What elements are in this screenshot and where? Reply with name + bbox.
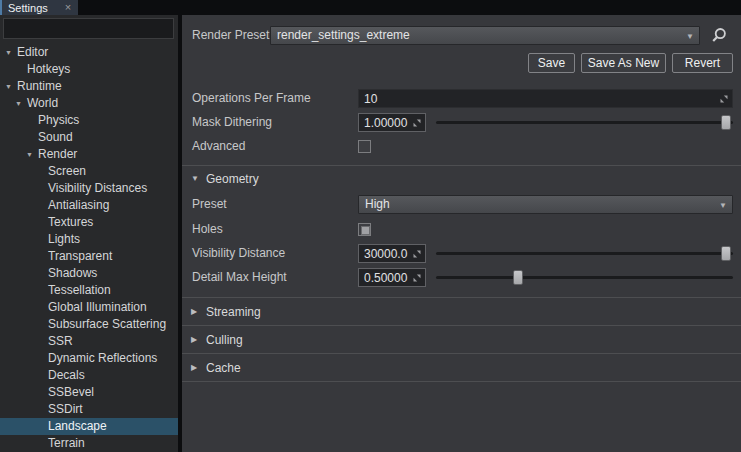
tree-item-label: Global Illumination	[0, 299, 178, 316]
tab-settings[interactable]: Settings ×	[0, 0, 78, 15]
visibility-distance-slider[interactable]	[436, 244, 733, 263]
drag-handle-icon[interactable]	[412, 249, 422, 259]
tree-item-textures[interactable]: Textures	[0, 214, 178, 231]
render-preset-label: Render Preset:	[192, 26, 273, 45]
detail-max-height-row: Detail Max Height	[182, 268, 733, 287]
section-title: Geometry	[206, 166, 259, 192]
tree-item-label: SSR	[0, 333, 178, 350]
mask-dithering-row: Mask Dithering	[182, 113, 733, 132]
operations-per-frame-label: Operations Per Frame	[192, 89, 311, 108]
section-title: Culling	[206, 326, 243, 354]
tree-item-decals[interactable]: Decals	[0, 367, 178, 384]
tree-item-subsurface-scattering[interactable]: Subsurface Scattering	[0, 316, 178, 333]
drag-handle-icon[interactable]	[412, 273, 422, 283]
drag-handle-icon[interactable]	[719, 94, 729, 104]
tree-item-editor[interactable]: ▼Editor	[0, 44, 178, 61]
section-title: Streaming	[206, 298, 261, 326]
tree-item-runtime[interactable]: ▼Runtime	[0, 78, 178, 95]
detail-max-height-slider[interactable]	[436, 268, 733, 287]
tree-item-shadows[interactable]: Shadows	[0, 265, 178, 282]
tree-item-label: Landscape	[0, 418, 178, 435]
settings-tree: ▼EditorHotkeys▼Runtime▼WorldPhysicsSound…	[0, 44, 178, 452]
tree-item-transparent[interactable]: Transparent	[0, 248, 178, 265]
tree-item-global-illumination[interactable]: Global Illumination	[0, 299, 178, 316]
expand-arrow-icon[interactable]: ▶	[191, 354, 197, 382]
tab-title: Settings	[8, 2, 48, 14]
tree-item-label: Subsurface Scattering	[0, 316, 178, 333]
geometry-preset-value: High	[365, 197, 390, 211]
tree-item-terrain[interactable]: Terrain	[0, 435, 178, 452]
expand-arrow-icon[interactable]: ▼	[26, 147, 33, 162]
section-header-streaming[interactable]: ▶ Streaming	[182, 297, 741, 325]
holes-checkbox[interactable]	[358, 223, 371, 236]
advanced-label: Advanced	[192, 137, 245, 156]
drag-handle-icon[interactable]	[412, 118, 422, 128]
section-header-culling[interactable]: ▶ Culling	[182, 325, 741, 353]
tree-item-label: Editor	[0, 44, 178, 61]
tree-item-screen[interactable]: Screen	[0, 163, 178, 180]
section-divider	[182, 381, 741, 382]
tree-item-ssbevel[interactable]: SSBevel	[0, 384, 178, 401]
operations-per-frame-input[interactable]	[358, 89, 733, 108]
mask-dithering-slider[interactable]	[436, 113, 733, 132]
expand-arrow-icon[interactable]: ▼	[5, 45, 12, 60]
section-header-geometry[interactable]: ▼ Geometry	[182, 165, 741, 191]
chevron-down-icon: ▼	[686, 28, 694, 45]
search-icon[interactable]	[709, 26, 729, 46]
collapse-arrow-icon[interactable]: ▼	[191, 166, 199, 192]
tree-item-physics[interactable]: Physics	[0, 112, 178, 129]
tree-item-label: Shadows	[0, 265, 178, 282]
expand-arrow-icon[interactable]: ▼	[5, 79, 12, 94]
tree-item-label: World	[0, 95, 178, 112]
slider-track[interactable]	[436, 276, 733, 279]
settings-panel: Render Preset: render_settings_extreme ▼…	[182, 15, 741, 452]
section-header-cache[interactable]: ▶ Cache	[182, 353, 741, 381]
slider-track[interactable]	[436, 121, 733, 124]
tree-item-sound[interactable]: Sound	[0, 129, 178, 146]
tree-item-label: Screen	[0, 163, 178, 180]
tree-item-dynamic-reflections[interactable]: Dynamic Reflections	[0, 350, 178, 367]
tree-item-world[interactable]: ▼World	[0, 95, 178, 112]
holes-row: Holes	[182, 220, 733, 239]
tree-item-render[interactable]: ▼Render	[0, 146, 178, 163]
tree-item-label: Decals	[0, 367, 178, 384]
tree-item-tessellation[interactable]: Tessellation	[0, 282, 178, 299]
save-as-new-button[interactable]: Save As New	[581, 53, 666, 73]
tab-strip: Settings ×	[0, 0, 741, 15]
geometry-preset-label: Preset	[192, 195, 227, 214]
expand-arrow-icon[interactable]: ▼	[15, 96, 22, 111]
tree-item-label: Runtime	[0, 78, 178, 95]
tree-item-label: Physics	[0, 112, 178, 129]
close-icon[interactable]: ×	[65, 2, 71, 13]
tree-item-landscape[interactable]: Landscape	[0, 418, 178, 435]
advanced-checkbox[interactable]	[358, 140, 371, 153]
tree-item-ssdirt[interactable]: SSDirt	[0, 401, 178, 418]
tree-item-lights[interactable]: Lights	[0, 231, 178, 248]
tree-item-visibility-distances[interactable]: Visibility Distances	[0, 180, 178, 197]
advanced-row: Advanced	[182, 137, 733, 156]
tree-item-label: Visibility Distances	[0, 180, 178, 197]
slider-track[interactable]	[436, 252, 733, 255]
tree-item-label: Tessellation	[0, 282, 178, 299]
expand-arrow-icon[interactable]: ▶	[191, 326, 197, 354]
holes-label: Holes	[192, 220, 223, 239]
revert-button[interactable]: Revert	[672, 53, 733, 73]
tree-item-label: Hotkeys	[0, 61, 178, 78]
slider-handle[interactable]	[721, 115, 731, 130]
tree-item-hotkeys[interactable]: Hotkeys	[0, 61, 178, 78]
tree-item-antialiasing[interactable]: Antialiasing	[0, 197, 178, 214]
render-preset-value: render_settings_extreme	[277, 28, 410, 42]
section-title: Cache	[206, 354, 241, 382]
tree-item-label: Antialiasing	[0, 197, 178, 214]
detail-max-height-label: Detail Max Height	[192, 268, 287, 287]
tree-filter-input[interactable]	[3, 18, 174, 39]
visibility-distance-row: Visibility Distance	[182, 244, 733, 263]
tree-item-ssr[interactable]: SSR	[0, 333, 178, 350]
save-button[interactable]: Save	[528, 53, 575, 73]
slider-handle[interactable]	[721, 246, 731, 261]
geometry-preset-dropdown[interactable]: High ▼	[358, 195, 733, 214]
expand-arrow-icon[interactable]: ▶	[191, 298, 197, 326]
slider-handle[interactable]	[513, 270, 523, 285]
tree-item-label: SSBevel	[0, 384, 178, 401]
render-preset-dropdown[interactable]: render_settings_extreme ▼	[270, 26, 700, 45]
